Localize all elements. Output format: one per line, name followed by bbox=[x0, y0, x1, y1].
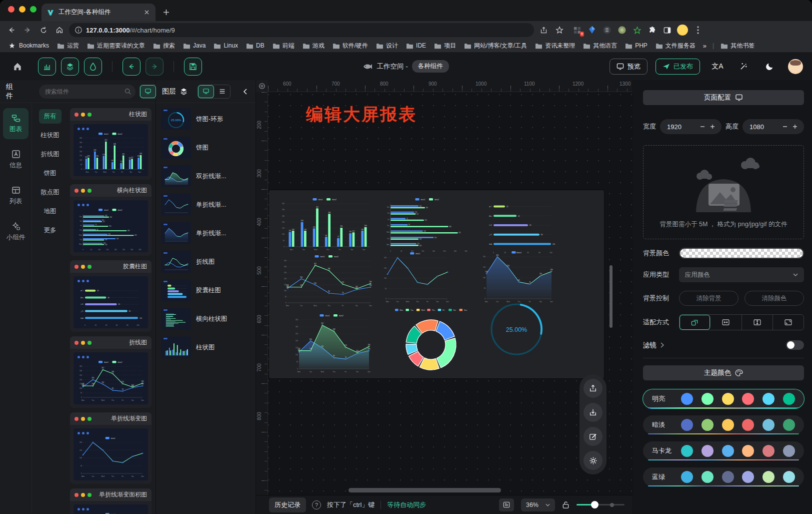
layer-item[interactable]: 横向柱状图 bbox=[159, 307, 252, 331]
height-stepper[interactable]: 1080 bbox=[742, 119, 804, 134]
bookmark-item[interactable]: 前端 bbox=[269, 41, 298, 51]
download-icon[interactable] bbox=[584, 403, 602, 422]
bg-color-swatch[interactable] bbox=[679, 248, 804, 259]
color-swatch[interactable] bbox=[722, 393, 734, 405]
layer-item[interactable]: 单折线渐... bbox=[159, 193, 252, 217]
color-swatch[interactable] bbox=[742, 393, 754, 405]
theme-color-header[interactable]: 主题颜色 bbox=[643, 365, 804, 380]
layer-item[interactable]: 双折线渐... bbox=[159, 164, 252, 188]
app-home-icon[interactable] bbox=[9, 58, 26, 75]
bookmark-item[interactable]: 文件服务器 bbox=[652, 41, 699, 51]
color-swatch[interactable] bbox=[742, 419, 754, 431]
sidebar-panel-icon[interactable] bbox=[662, 25, 672, 35]
width-value[interactable]: 1920 bbox=[667, 123, 696, 131]
translate-icon[interactable]: 文A bbox=[709, 58, 726, 75]
drawer-toggle-icon[interactable] bbox=[499, 498, 514, 511]
bookmark-item[interactable]: 近期需要读的文章 bbox=[84, 41, 148, 51]
address-bar[interactable]: 127.0.0.1:3000/#/chart/home/9 bbox=[69, 23, 534, 37]
history-button[interactable]: 历史记录 bbox=[269, 497, 306, 512]
plus-icon[interactable] bbox=[708, 123, 716, 131]
bookmark-star-icon[interactable] bbox=[553, 24, 566, 37]
extension-kite-icon[interactable] bbox=[587, 25, 597, 35]
app-type-select[interactable]: 应用颜色 bbox=[679, 267, 804, 282]
canvas-board[interactable]: data1data2050100150200250300350120200150… bbox=[269, 190, 604, 378]
minimize-window-button[interactable] bbox=[19, 6, 26, 13]
zoom-select[interactable]: 36% bbox=[521, 498, 555, 511]
redo-button[interactable] bbox=[146, 58, 164, 76]
category-bar[interactable]: 柱状图 bbox=[36, 128, 64, 143]
extension-olive-circle-icon[interactable] bbox=[617, 25, 627, 35]
color-swatch[interactable] bbox=[702, 393, 714, 405]
layer-item[interactable]: 25.00%饼图-环形 bbox=[159, 107, 252, 131]
color-swatch[interactable] bbox=[762, 445, 774, 457]
color-swatch[interactable] bbox=[681, 471, 693, 483]
extensions-puzzle-icon[interactable] bbox=[647, 25, 657, 35]
tab-widgets[interactable]: 小组件 bbox=[3, 216, 28, 247]
preview-button[interactable]: 预览 bbox=[610, 59, 648, 75]
clear-background-button[interactable]: 清除背景 bbox=[679, 291, 738, 306]
tab-list[interactable]: 列表 bbox=[3, 180, 28, 211]
minus-icon[interactable] bbox=[698, 123, 706, 131]
upload-icon[interactable] bbox=[584, 379, 602, 398]
dark-mode-moon-icon[interactable] bbox=[761, 58, 778, 75]
component-card-hbar[interactable]: 横向柱状图 data1data2120200150807011013013013… bbox=[70, 184, 152, 256]
collapse-panel-icon[interactable] bbox=[240, 85, 250, 98]
color-swatch[interactable] bbox=[783, 393, 795, 405]
bookmark-item[interactable]: 软件/硬件 bbox=[329, 41, 372, 51]
zoom-slider[interactable] bbox=[576, 504, 624, 505]
home-icon[interactable] bbox=[53, 24, 66, 37]
board-chart-dual-area[interactable]: data1data2050100150200250300350120200150… bbox=[292, 312, 372, 374]
bookmark-item[interactable]: 游戏 bbox=[299, 41, 328, 51]
theme-row-macaron[interactable]: 马卡龙 bbox=[643, 441, 804, 460]
clear-color-button[interactable]: 清除颜色 bbox=[744, 291, 804, 306]
user-avatar[interactable] bbox=[788, 59, 803, 74]
theme-row-bluegreen[interactable]: 蓝绿 bbox=[643, 467, 804, 486]
charts-panel-toggle-button[interactable] bbox=[38, 58, 56, 76]
board-chart-donut[interactable]: MonTueWedThuFriSatSun bbox=[389, 306, 473, 375]
editor-canvas[interactable]: 600 700 800 900 1000 1100 1200 1300 200 … bbox=[256, 80, 632, 495]
bookmark-item[interactable]: 其他语言 bbox=[580, 41, 620, 51]
layer-item[interactable]: 单折线渐... bbox=[159, 221, 252, 245]
fit-scale-button[interactable] bbox=[680, 315, 710, 330]
bookmark-item[interactable]: 项目 bbox=[430, 41, 460, 51]
minus-icon[interactable] bbox=[781, 123, 789, 131]
board-chart-gradient-line[interactable]: data1050100150200MonTueWedThuFriSatSun bbox=[380, 250, 451, 304]
category-line[interactable]: 折线图 bbox=[36, 147, 64, 162]
layer-item[interactable]: 饼图 bbox=[159, 136, 252, 160]
help-icon[interactable]: ? bbox=[312, 500, 321, 509]
color-swatch[interactable] bbox=[702, 471, 714, 483]
component-card-capsule[interactable]: 胶囊柱图 厦门20南阳40北京60上海80新疆100020406080100 bbox=[70, 260, 152, 332]
layer-item[interactable]: 柱状图 bbox=[159, 335, 252, 359]
bookmark-item[interactable]: DB bbox=[242, 41, 268, 50]
extension-dark-circle-icon[interactable] bbox=[602, 25, 612, 35]
board-chart-gradient-area[interactable]: data10501001502001202001508070110130MonT… bbox=[479, 249, 555, 304]
browser-profile-avatar[interactable] bbox=[677, 25, 688, 36]
bookmark-item[interactable]: IDE bbox=[402, 41, 430, 50]
tab-info[interactable]: 信息 bbox=[3, 144, 28, 175]
theme-row-bright[interactable]: 明亮 bbox=[643, 389, 804, 408]
category-map[interactable]: 地图 bbox=[39, 204, 62, 219]
publish-button[interactable]: 已发布 bbox=[656, 59, 700, 75]
height-value[interactable]: 1080 bbox=[750, 123, 779, 131]
search-input[interactable] bbox=[39, 85, 136, 99]
color-swatch[interactable] bbox=[681, 393, 693, 405]
tab-close-icon[interactable] bbox=[142, 9, 150, 17]
share-icon[interactable] bbox=[537, 24, 550, 37]
board-chart-bar[interactable]: data1data2050100150200250300350120200150… bbox=[278, 196, 372, 252]
horizontal-scrollbar[interactable] bbox=[348, 488, 501, 492]
list-view-toggle[interactable] bbox=[214, 85, 230, 98]
color-swatch[interactable] bbox=[702, 419, 714, 431]
category-scatter[interactable]: 散点图 bbox=[36, 185, 64, 200]
layer-item[interactable]: 折线图 bbox=[159, 250, 252, 274]
unlock-icon[interactable] bbox=[562, 501, 570, 509]
color-swatch[interactable] bbox=[722, 445, 734, 457]
fit-stretch-button[interactable] bbox=[773, 315, 804, 330]
board-chart-line[interactable]: data1data2050100150200250300350120200150… bbox=[280, 253, 374, 308]
board-chart-capsule[interactable]: 厦门20南阳40北京60上海80新疆100020406080100 bbox=[484, 197, 559, 254]
color-swatch[interactable] bbox=[742, 445, 754, 457]
component-card-bar[interactable]: 柱状图 data1data205010015020025030035012020… bbox=[70, 108, 152, 180]
browser-menu-icon[interactable] bbox=[693, 25, 703, 35]
color-swatch[interactable] bbox=[783, 419, 795, 431]
project-name-badge[interactable]: 各种组件 bbox=[412, 60, 449, 73]
slider-knob[interactable] bbox=[591, 501, 598, 508]
